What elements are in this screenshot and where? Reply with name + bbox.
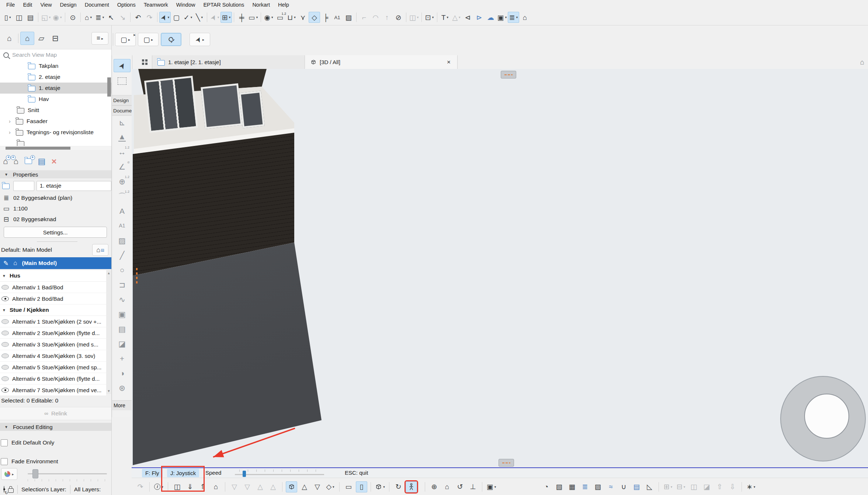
trace-reference-button[interactable]: ▭▾	[247, 12, 259, 23]
eye-closed-icon[interactable]	[1, 376, 9, 381]
camera-tripod-button[interactable]: ⊥	[467, 481, 479, 492]
cloud-sync-button[interactable]: ☁	[485, 12, 496, 23]
eye-closed-icon[interactable]	[1, 342, 9, 347]
menu-view[interactable]: View	[36, 1, 56, 9]
dropdown-arrow[interactable]: ▾	[271, 15, 273, 19]
3d-document-button[interactable]: ▾	[374, 481, 386, 492]
design-option-item[interactable]: Alternativ 4 Stue/Kjøkken (3. sov)	[0, 350, 106, 362]
orbit-button[interactable]: ↻	[393, 481, 404, 492]
toolbox-more[interactable]: More	[112, 400, 133, 410]
fade-slider-track[interactable]	[28, 473, 107, 474]
menu-document[interactable]: Document	[81, 1, 113, 9]
hotlink-button[interactable]: ◱▾	[40, 12, 52, 23]
dropdown-arrow[interactable]: ▾	[684, 485, 685, 489]
target-dimension-tool[interactable]: ⊕1.2	[114, 175, 131, 188]
drawing-tool[interactable]: ▤	[114, 322, 131, 335]
trim-button[interactable]: ⌐	[358, 12, 370, 23]
dropdown-arrow[interactable]: ▾	[9, 15, 11, 19]
profile-manager-button[interactable]: ◉▾	[263, 12, 274, 23]
pick-up-parameters-button[interactable]: ↖	[105, 12, 117, 23]
mirror-view-button[interactable]: ◫	[688, 481, 699, 492]
layer-combination-row[interactable]: ≣ 02 Byggesøknad (plan)	[0, 193, 111, 203]
dropdown-arrow[interactable]: ▾	[754, 485, 756, 489]
roof-tool-button[interactable]: △▾	[451, 12, 462, 23]
elevation-marker[interactable]	[499, 459, 514, 467]
print-button[interactable]: ▤	[25, 12, 36, 23]
guide-lines-button[interactable]: ╪	[236, 12, 247, 23]
chevron-right-icon[interactable]: ›	[9, 118, 13, 124]
radial-dimension-tool[interactable]: ⌒1.2	[114, 189, 131, 203]
inject-parameters-button[interactable]: ↘	[117, 12, 128, 23]
speed-slider-thumb[interactable]	[243, 471, 246, 477]
lower-all-button[interactable]: ▽	[242, 481, 253, 492]
flag-button[interactable]: ⊲	[462, 12, 473, 23]
save-button[interactable]: ◫	[13, 12, 25, 23]
pen-button[interactable]: ∪	[618, 481, 629, 492]
fill-tool[interactable]: ▨	[114, 234, 131, 247]
speed-slider-track[interactable]	[235, 474, 324, 475]
show-hide-layer-icon[interactable]: ↻	[4, 486, 4, 493]
morph-button[interactable]: ⊡▾	[424, 12, 435, 23]
design-option-item[interactable]: Alternativ 6 Stue/Kjøkken (flytte d...	[0, 373, 106, 384]
dropdown-arrow[interactable]: ▾	[229, 15, 231, 19]
drawing-button[interactable]: ▣▾	[496, 12, 508, 23]
design-option-item[interactable]: Alternativ 1 Stue/Kjøkken (2 sov +...	[0, 316, 106, 327]
story-settings-button[interactable]: ⌂	[210, 481, 222, 492]
eye-closed-icon[interactable]	[1, 319, 9, 324]
tree-item[interactable]: Takplan	[0, 60, 111, 72]
menu-options[interactable]: Options	[113, 1, 140, 9]
pen-set-row[interactable]: ⊟ 02 Byggesøknad	[0, 215, 111, 224]
fill-dimension-button[interactable]: ▨	[343, 12, 354, 23]
properties-header[interactable]: ▼ Properties	[0, 170, 111, 178]
favorites-button[interactable]: ⌂▾	[83, 12, 94, 23]
3d-viewport[interactable]	[132, 69, 868, 467]
tree-item[interactable]: ›Fasader	[0, 116, 111, 127]
menu-norkart[interactable]: Norkart	[248, 1, 274, 9]
layout-book-button[interactable]: ▱	[34, 32, 48, 45]
align-elements-button[interactable]: ◫▾	[408, 12, 420, 23]
view-map-search-input[interactable]: Search View Map	[0, 49, 111, 61]
image-tool[interactable]: ▣	[114, 307, 131, 321]
contour-lines-button[interactable]: ≣	[579, 481, 591, 492]
tab-3d-all[interactable]: [3D / All] ×	[305, 55, 458, 69]
dropdown-arrow[interactable]: ▸	[151, 38, 153, 42]
suspend-groups-magnet-button[interactable]: Ω	[161, 33, 181, 46]
vectorial-hatch-button[interactable]: ▨	[592, 481, 604, 492]
publisher-sets-button[interactable]: ⊟	[48, 32, 62, 45]
dropdown-arrow[interactable]: ▾	[671, 485, 673, 489]
design-option-item[interactable]: Alternativ 1 Bad/Bod	[0, 282, 106, 293]
explore-model-button[interactable]: ⊕	[428, 481, 440, 492]
design-options-settings-button[interactable]: ⌂▤	[92, 244, 108, 256]
dropdown-arrow[interactable]: ▾	[516, 15, 518, 19]
menu-edit[interactable]: Edit	[19, 1, 36, 9]
camera-settings-button[interactable]: ▣▾	[486, 481, 497, 492]
grid-tools-button[interactable]: ⊟▾	[675, 481, 687, 492]
surface-paint-button[interactable]: ◔	[541, 481, 552, 492]
dropdown-arrow[interactable]: ▾	[505, 15, 507, 19]
bring-forward-button[interactable]: ⇧	[714, 481, 725, 492]
fly-mode-chip[interactable]: F: Fly	[142, 469, 163, 477]
axonometry-button[interactable]: △	[299, 481, 310, 492]
project-map-button[interactable]: ⌂	[2, 32, 16, 45]
menu-file[interactable]: File	[2, 1, 19, 9]
tabbar-corner-icon[interactable]: ⌂	[860, 58, 864, 66]
complex-profile-button[interactable]: ⊔▾	[286, 12, 297, 23]
linked-select-button[interactable]: ➤▾	[209, 12, 221, 23]
scroll-up-icon[interactable]: ▲	[107, 271, 111, 275]
arrow-tool[interactable]: ➤	[114, 59, 131, 72]
elevation-marker[interactable]	[501, 71, 516, 79]
dropdown-arrow[interactable]: ▾	[256, 15, 258, 19]
dropdown-arrow[interactable]: ▾	[294, 15, 296, 19]
marquee-select-button[interactable]: ▢➤▸	[115, 33, 136, 46]
scale-row[interactable]: ▭ 1:100	[0, 204, 111, 213]
model-view-button[interactable]: ⌂	[519, 12, 531, 23]
arrow-tool-button[interactable]: ➤▾	[159, 12, 171, 23]
polyline-tool[interactable]: ⊐	[114, 278, 131, 291]
view-name-field[interactable]: 1. etasje	[37, 181, 111, 191]
renovation-filter-button[interactable]: ≣▾	[508, 12, 519, 23]
layout-tools-button[interactable]: ⊞▾	[662, 481, 674, 492]
mesh-display-button[interactable]: ▦	[566, 481, 578, 492]
grid-snap-button[interactable]: ⊞▾	[221, 12, 232, 23]
magic-wand-button[interactable]: ∗▾	[745, 481, 757, 492]
design-options-scrollbar[interactable]: ▲ ▼	[106, 270, 111, 394]
